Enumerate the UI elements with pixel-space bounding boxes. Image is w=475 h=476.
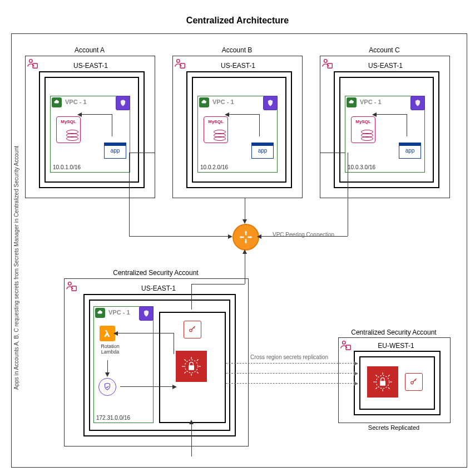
security-cidr: 172.31.0.0/16 [96, 415, 130, 421]
account-a-vpc-label: VPC - 1 [65, 99, 87, 105]
edge [118, 333, 174, 333]
account-c-vpc: VPC - 1 MySQL app [345, 96, 425, 173]
account-a-vpc: VPC - 1 MySQL app [50, 96, 130, 173]
arrow-icon [105, 372, 110, 377]
edge [112, 114, 112, 136]
arrow-icon [113, 331, 118, 336]
edge [174, 333, 174, 354]
transit-gateway-icon [232, 224, 259, 251]
vpc-cloud-icon [199, 97, 209, 107]
account-a-title: Account A [25, 46, 154, 54]
shield-icon [139, 306, 154, 321]
security-vpc-label: VPC - 1 [108, 309, 130, 316]
vpc-peering-label: VPC Peering Connection [273, 232, 334, 238]
arrow-icon [172, 385, 177, 389]
arrow-icon [372, 112, 377, 117]
edge [245, 251, 245, 284]
account-b-vpc: VPC - 1 MySQL app [197, 96, 278, 173]
endpoint-icon [98, 378, 116, 396]
svg-rect-14 [380, 381, 385, 385]
shield-icon [263, 96, 278, 110]
key-icon [405, 373, 423, 391]
diagram-canvas: Centralized Architecture Apps in Account… [0, 0, 475, 476]
account-c-region-label: US-EAST-1 [334, 62, 437, 70]
replication-edge [226, 363, 355, 364]
key-icon [184, 321, 201, 338]
shield-icon [410, 96, 425, 110]
arrow-icon [77, 112, 82, 117]
edge [120, 386, 174, 387]
diagram-title: Centralized Architecture [0, 16, 475, 26]
arrow-icon [225, 112, 229, 117]
edge [191, 284, 245, 284]
edge [129, 153, 155, 153]
mysql-db-icon: MySQL [56, 116, 81, 143]
svg-point-6 [68, 282, 71, 286]
security-region-label: US-EAST-1 [83, 284, 234, 292]
arrow-icon [354, 361, 358, 366]
replica-account-title: Centralized Security Account [338, 328, 449, 336]
account-a-cidr: 10.0.1.0/16 [53, 164, 81, 170]
arrow-icon [243, 249, 247, 254]
account-a-region-label: US-EAST-1 [39, 62, 142, 70]
edge [191, 423, 192, 457]
vpc-cloud-icon [95, 308, 105, 318]
svg-rect-10 [189, 365, 194, 370]
edge [348, 153, 348, 236]
side-note-text: Apps in Accounts A, B, C requesting secr… [13, 146, 19, 390]
shield-icon [116, 96, 130, 110]
arrow-icon [257, 234, 261, 239]
svg-point-11 [343, 341, 346, 345]
app-node-icon: app [104, 145, 126, 159]
account-c-title: Account C [320, 46, 449, 54]
edge [129, 236, 228, 237]
svg-point-0 [29, 60, 33, 63]
rotation-lambda-label-1: Rotation [101, 343, 120, 349]
edge [107, 360, 108, 374]
app-node-icon: app [399, 145, 421, 159]
lambda-icon [100, 326, 115, 341]
arrow-icon [228, 234, 232, 239]
account-icon [321, 57, 334, 70]
replication-edge [226, 373, 355, 374]
edge [129, 153, 130, 236]
mysql-db-icon: MySQL [351, 116, 375, 143]
secrets-manager-icon [176, 351, 207, 382]
replication-edge [226, 383, 355, 384]
vpc-cloud-icon [52, 97, 62, 107]
security-account-title: Centralized Security Account [64, 269, 248, 277]
edge [245, 198, 245, 220]
svg-point-2 [177, 60, 180, 63]
secrets-replicated-label: Secrets Replicated [338, 424, 449, 431]
arrow-icon [243, 219, 247, 224]
security-vpc: VPC - 1 Rotation Lambda 1 [93, 306, 154, 423]
secrets-manager-replica-icon [367, 366, 398, 398]
account-icon [66, 280, 78, 292]
account-b-title: Account B [172, 46, 301, 54]
edge [191, 284, 192, 310]
edge [82, 114, 112, 115]
rotation-lambda-label-2: Lambda [101, 349, 120, 355]
svg-point-4 [324, 60, 328, 63]
mysql-db-icon: MySQL [204, 116, 228, 143]
account-c-vpc-label: VPC - 1 [360, 99, 382, 105]
edge [261, 236, 348, 237]
account-icon [174, 57, 186, 70]
arrow-icon [189, 420, 194, 424]
account-b-region-label: US-EAST-1 [186, 62, 290, 70]
arrow-icon [354, 381, 358, 386]
arrow-icon [354, 371, 358, 376]
app-node-icon: app [251, 145, 274, 159]
account-c-cidr: 10.0.3.0/16 [348, 164, 375, 170]
edge [407, 114, 407, 136]
cross-region-replication-label: Cross region secrets replication [250, 354, 328, 360]
account-b-vpc-label: VPC - 1 [212, 99, 234, 105]
account-icon [340, 339, 352, 351]
edge [229, 114, 260, 115]
vpc-cloud-icon [347, 97, 357, 107]
account-b-cidr: 10.0.2.0/16 [200, 164, 228, 170]
account-icon [27, 57, 39, 70]
edge [377, 114, 407, 115]
replica-region-label: EU-WEST-1 [354, 342, 438, 350]
edge [259, 114, 260, 136]
